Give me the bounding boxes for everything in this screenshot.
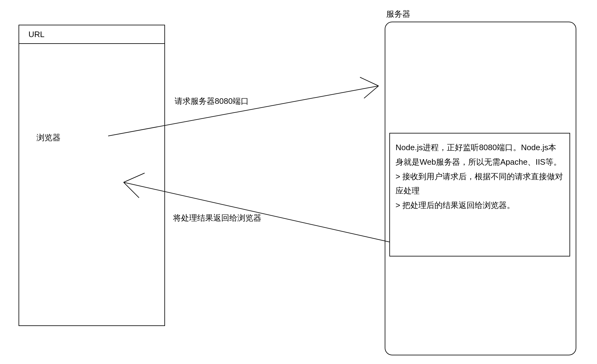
response-arrow-label: 将处理结果返回给浏览器	[173, 213, 261, 223]
browser-window: URL	[19, 25, 165, 326]
nodejs-process-box: Node.js进程，正好监听8080端口。Node.js本身就是Web服务器，所…	[389, 133, 570, 256]
request-arrow-label: 请求服务器8080端口	[175, 96, 249, 107]
nodejs-text: Node.js进程，正好监听8080端口。Node.js本身就是Web服务器，所…	[396, 143, 563, 210]
server-title: 服务器	[386, 9, 410, 19]
url-label: URL	[28, 30, 44, 39]
svg-line-1	[360, 77, 379, 86]
svg-line-2	[364, 86, 379, 98]
browser-label: 浏览器	[36, 132, 61, 143]
url-bar: URL	[19, 25, 164, 44]
